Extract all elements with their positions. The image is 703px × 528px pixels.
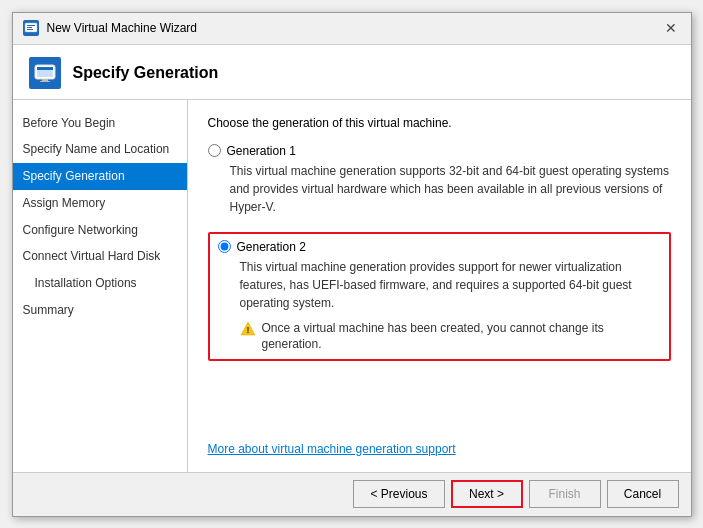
generation2-box: Generation 2 This virtual machine genera… [208, 232, 671, 362]
intro-text: Choose the generation of this virtual ma… [208, 116, 671, 130]
content-area: Choose the generation of this virtual ma… [188, 100, 691, 472]
sidebar-item[interactable]: Specify Generation [13, 163, 187, 190]
warning-text: Once a virtual machine has been created,… [262, 320, 661, 354]
svg-text:!: ! [246, 325, 249, 335]
sidebar-item[interactable]: Specify Name and Location [13, 136, 187, 163]
sidebar-item[interactable]: Installation Options [13, 270, 187, 297]
generation1-radio[interactable] [208, 144, 221, 157]
wizard-icon [23, 20, 39, 36]
svg-rect-3 [27, 29, 33, 30]
link-area: More about virtual machine generation su… [208, 442, 671, 456]
generation1-option: Generation 1 This virtual machine genera… [208, 144, 671, 226]
previous-button[interactable]: < Previous [353, 480, 444, 508]
generation2-description: This virtual machine generation provides… [240, 258, 661, 312]
warning-row: ! Once a virtual machine has been create… [240, 320, 661, 354]
generation2-radio[interactable] [218, 240, 231, 253]
svg-rect-2 [27, 27, 32, 28]
cancel-button[interactable]: Cancel [607, 480, 679, 508]
sidebar-item[interactable]: Before You Begin [13, 110, 187, 137]
generation2-label[interactable]: Generation 2 [237, 240, 306, 254]
sidebar-item[interactable]: Summary [13, 297, 187, 324]
dialog-window: New Virtual Machine Wizard ✕ Specify Gen… [12, 12, 692, 517]
footer: < Previous Next > Finish Cancel [13, 472, 691, 516]
more-info-link[interactable]: More about virtual machine generation su… [208, 442, 456, 456]
header-section: Specify Generation [13, 45, 691, 100]
warning-icon: ! [240, 321, 256, 337]
title-bar: New Virtual Machine Wizard ✕ [13, 13, 691, 45]
next-button[interactable]: Next > [451, 480, 523, 508]
sidebar-item[interactable]: Assign Memory [13, 190, 187, 217]
dialog-title: New Virtual Machine Wizard [47, 21, 198, 35]
svg-rect-1 [27, 25, 35, 26]
header-icon [29, 57, 61, 89]
page-title: Specify Generation [73, 64, 219, 82]
generation1-description: This virtual machine generation supports… [230, 162, 671, 216]
sidebar: Before You BeginSpecify Name and Locatio… [13, 100, 188, 472]
svg-rect-7 [42, 79, 48, 81]
svg-rect-6 [37, 67, 53, 70]
sidebar-item[interactable]: Connect Virtual Hard Disk [13, 243, 187, 270]
sidebar-item[interactable]: Configure Networking [13, 217, 187, 244]
finish-button[interactable]: Finish [529, 480, 601, 508]
close-button[interactable]: ✕ [661, 18, 681, 38]
generation1-label[interactable]: Generation 1 [227, 144, 296, 158]
svg-rect-8 [40, 81, 50, 82]
title-bar-left: New Virtual Machine Wizard [23, 20, 198, 36]
main-content: Before You BeginSpecify Name and Locatio… [13, 100, 691, 472]
